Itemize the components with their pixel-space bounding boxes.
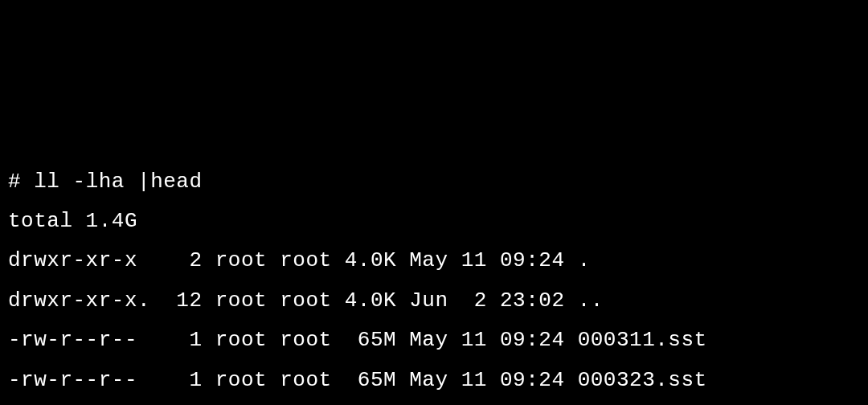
file-entry: drwxr-xr-x. 12 root root 4.0K Jun 2 23:0…	[8, 281, 860, 321]
size: 65M	[345, 368, 396, 392]
group: root	[280, 368, 331, 392]
owner: root	[215, 248, 267, 272]
filename: 000323.sst	[578, 368, 707, 392]
group: root	[280, 288, 331, 313]
file-entry: drwxr-xr-x 2 root root 4.0K May 11 09:24…	[8, 241, 860, 280]
prompt: #	[8, 170, 34, 194]
day: 11	[461, 368, 487, 392]
owner: root	[215, 288, 267, 313]
links: 1	[163, 368, 202, 392]
group: root	[280, 328, 331, 352]
filename: ..	[578, 288, 604, 313]
total-line: total 1.4G	[8, 202, 860, 241]
file-entry: -rw-r--r-- 1 root root 65M May 11 09:24 …	[8, 400, 860, 405]
file-entry: -rw-r--r-- 1 root root 65M May 11 09:24 …	[8, 361, 860, 400]
time: 09:24	[500, 328, 565, 352]
links: 12	[163, 288, 202, 313]
owner: root	[215, 368, 267, 392]
month: Jun	[409, 288, 448, 313]
owner: root	[215, 328, 267, 352]
file-listing: drwxr-xr-x 2 root root 4.0K May 11 09:24…	[8, 241, 860, 405]
file-entry: -rw-r--r-- 1 root root 65M May 11 09:24 …	[8, 321, 860, 360]
day: 11	[461, 248, 487, 272]
perms: drwxr-xr-x.	[8, 288, 150, 313]
group: root	[280, 248, 331, 272]
size: 65M	[345, 328, 396, 352]
perms: drwxr-xr-x	[8, 248, 150, 272]
time: 09:24	[500, 368, 565, 392]
links: 1	[163, 328, 202, 352]
day: 2	[461, 288, 487, 313]
month: May	[409, 328, 448, 352]
size: 4.0K	[345, 288, 396, 313]
month: May	[409, 368, 448, 392]
filename: .	[578, 248, 591, 272]
links: 2	[163, 248, 202, 272]
day: 11	[461, 328, 487, 352]
perms: -rw-r--r--	[8, 368, 150, 392]
command-line[interactable]: # ll -lha |head	[8, 162, 860, 202]
command-text: ll -lha |head	[34, 170, 202, 194]
perms: -rw-r--r--	[8, 328, 150, 352]
filename: 000311.sst	[578, 328, 707, 352]
month: May	[409, 248, 448, 272]
time: 09:24	[500, 248, 565, 272]
size: 4.0K	[345, 248, 396, 272]
time: 23:02	[500, 288, 565, 313]
